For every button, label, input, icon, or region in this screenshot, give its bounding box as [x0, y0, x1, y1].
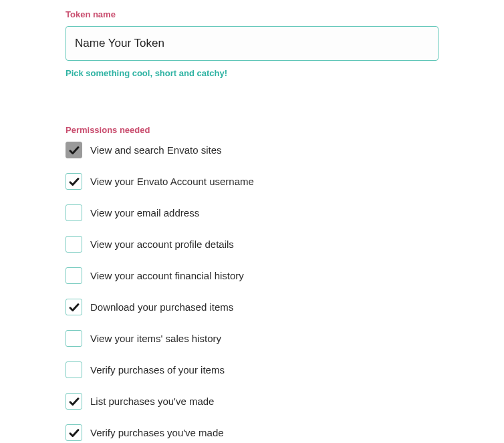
token-name-label: Token name: [66, 9, 438, 19]
check-icon: [68, 144, 80, 156]
permission-checkbox[interactable]: [66, 204, 82, 221]
permission-item: List purchases you've made: [66, 393, 438, 410]
permissions-label: Permissions needed: [66, 125, 438, 135]
permission-item: Verify purchases you've made: [66, 424, 438, 441]
permission-item: View your account profile details: [66, 236, 438, 253]
permission-label: View your email address: [90, 207, 199, 218]
permission-checkbox[interactable]: [66, 393, 82, 410]
check-icon: [68, 427, 80, 439]
permission-label: Download your purchased items: [90, 301, 233, 313]
permission-checkbox[interactable]: [66, 173, 82, 190]
permission-label: View your account financial history: [90, 270, 244, 281]
permission-label: Verify purchases you've made: [90, 427, 224, 438]
permission-label: View your account profile details: [90, 239, 234, 250]
check-icon: [68, 176, 80, 188]
permission-item: View your items' sales history: [66, 330, 438, 347]
token-name-input[interactable]: [66, 26, 438, 61]
permission-checkbox[interactable]: [66, 330, 82, 347]
permissions-list: View and search Envato sitesView your En…: [66, 142, 438, 441]
permission-checkbox[interactable]: [66, 299, 82, 315]
permission-label: Verify purchases of your items: [90, 364, 225, 376]
permission-checkbox[interactable]: [66, 236, 82, 253]
permission-label: List purchases you've made: [90, 396, 214, 407]
permissions-section: Permissions needed View and search Envat…: [66, 125, 438, 441]
check-icon: [68, 301, 80, 313]
token-name-section: Token name Pick something cool, short an…: [66, 9, 438, 78]
permission-label: View and search Envato sites: [90, 144, 222, 156]
permission-label: View your Envato Account username: [90, 176, 254, 187]
permission-item: View your email address: [66, 204, 438, 221]
permission-item: View your Envato Account username: [66, 173, 438, 190]
token-name-hint: Pick something cool, short and catchy!: [66, 68, 438, 78]
permission-checkbox: [66, 142, 82, 158]
permission-label: View your items' sales history: [90, 333, 221, 344]
permission-item: View and search Envato sites: [66, 142, 438, 158]
check-icon: [68, 396, 80, 408]
permission-item: Verify purchases of your items: [66, 361, 438, 378]
permission-item: View your account financial history: [66, 267, 438, 284]
permission-item: Download your purchased items: [66, 299, 438, 315]
permission-checkbox[interactable]: [66, 267, 82, 284]
permission-checkbox[interactable]: [66, 361, 82, 378]
permission-checkbox[interactable]: [66, 424, 82, 441]
